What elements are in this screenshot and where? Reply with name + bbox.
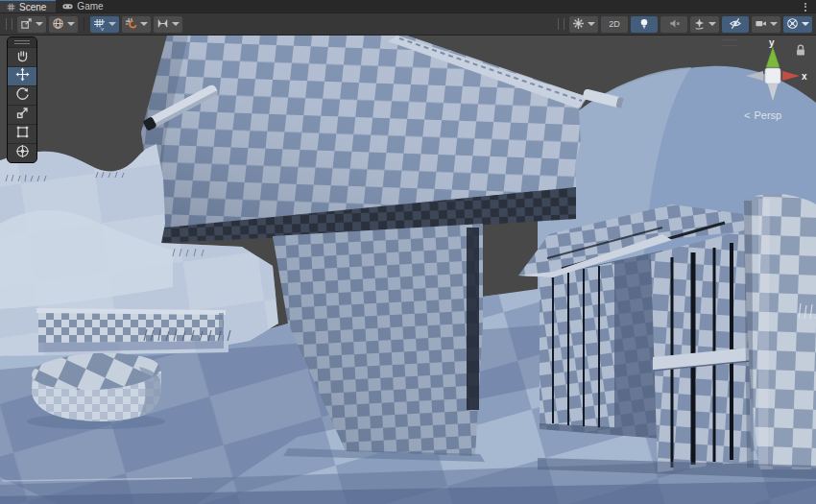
bulb-icon <box>638 17 650 32</box>
tab-bar: Scene Game <box>0 0 816 13</box>
unity-editor-window: Scene Game y <box>0 0 816 504</box>
scene-render[interactable] <box>0 36 816 504</box>
overlay-drag-handle[interactable] <box>6 18 12 30</box>
projection-label: Persp <box>754 109 781 121</box>
grid-icon: y <box>93 18 106 31</box>
padlock-icon[interactable] <box>794 43 807 57</box>
gizmo-center-cube[interactable] <box>765 68 780 84</box>
pivot-center-icon <box>20 17 33 32</box>
tab-game-label: Game <box>77 1 103 12</box>
projection-toggle[interactable]: < Persp <box>744 109 781 121</box>
axis-x-cone[interactable] <box>782 71 800 81</box>
chevron-down-icon <box>588 22 595 26</box>
grid-snap-icon <box>125 17 137 32</box>
chevron-down-icon <box>802 22 809 26</box>
grid-snapping-dropdown[interactable] <box>122 16 151 33</box>
axis-y-label: y <box>769 39 775 48</box>
sparkle-icon <box>693 17 706 32</box>
camera-icon <box>755 17 767 32</box>
chevron-down-icon <box>140 22 148 26</box>
tab-scene-label: Scene <box>19 2 46 12</box>
increment-snap-dropdown[interactable] <box>154 16 182 33</box>
snap-increment-icon <box>156 17 169 32</box>
overlay-drag-handle[interactable] <box>558 18 564 30</box>
scene-audio-toggle[interactable] <box>660 16 687 33</box>
rect-tool-button[interactable] <box>8 124 36 143</box>
chevron-down-icon <box>108 22 116 26</box>
globe-icon <box>52 17 64 32</box>
move-tool-button[interactable] <box>8 66 36 85</box>
eye-slash-icon <box>729 17 742 32</box>
kebab-menu-icon[interactable] <box>801 1 810 12</box>
hand-icon <box>15 48 30 66</box>
palette-drag-handle[interactable] <box>8 37 36 47</box>
chevron-left-icon: < <box>744 109 750 121</box>
tab-game[interactable]: Game <box>56 0 112 12</box>
fx-dropdown[interactable] <box>690 16 719 33</box>
scale-icon <box>15 106 30 124</box>
svg-text:y: y <box>101 25 104 30</box>
scene-toolbar: y 2D <box>0 13 816 36</box>
gizmos-dropdown[interactable] <box>783 16 812 33</box>
scene-grid-icon <box>7 3 15 12</box>
scene-lighting-toggle[interactable] <box>631 16 658 33</box>
chevron-down-icon <box>708 22 716 26</box>
scene-viewport[interactable]: y x < Persp <box>0 36 816 504</box>
speaker-muted-icon <box>668 17 681 32</box>
tool-palette-overlay <box>7 36 37 163</box>
chevron-down-icon <box>770 22 778 26</box>
pivot-mode-dropdown[interactable] <box>17 16 46 33</box>
2d-toggle-button[interactable]: 2D <box>601 16 628 33</box>
tab-scene[interactable]: Scene <box>0 0 56 12</box>
burst-icon <box>572 17 585 32</box>
gamepad-icon <box>62 2 73 11</box>
rotate-tool-button[interactable] <box>8 85 36 105</box>
transform-tool-button[interactable] <box>8 143 36 162</box>
chevron-down-icon <box>36 22 43 26</box>
camera-settings-dropdown[interactable] <box>752 16 780 33</box>
toolbar-separator <box>84 17 84 31</box>
rotate-icon <box>15 86 30 105</box>
chevron-down-icon <box>172 22 180 26</box>
gizmo-sextant-icon <box>786 17 799 32</box>
axis-y-cone[interactable] <box>766 47 780 67</box>
2d-label: 2D <box>609 19 620 29</box>
orientation-dropdown[interactable] <box>49 16 78 33</box>
axis-neg-y-cone[interactable] <box>767 82 779 101</box>
move-icon <box>15 67 30 85</box>
view-tool-button[interactable] <box>8 47 36 66</box>
scene-visibility-toggle[interactable] <box>722 16 749 33</box>
garden-wall[interactable] <box>36 308 230 352</box>
axis-x-label: x <box>802 71 807 82</box>
transform-icon <box>15 144 30 162</box>
rect-tool-icon <box>15 125 30 143</box>
scale-tool-button[interactable] <box>8 105 36 124</box>
grid-visibility-dropdown[interactable]: y <box>90 16 119 33</box>
axis-neg-x-cone[interactable] <box>746 71 763 81</box>
effects-dropdown[interactable] <box>569 16 598 33</box>
chevron-down-icon <box>67 22 75 26</box>
